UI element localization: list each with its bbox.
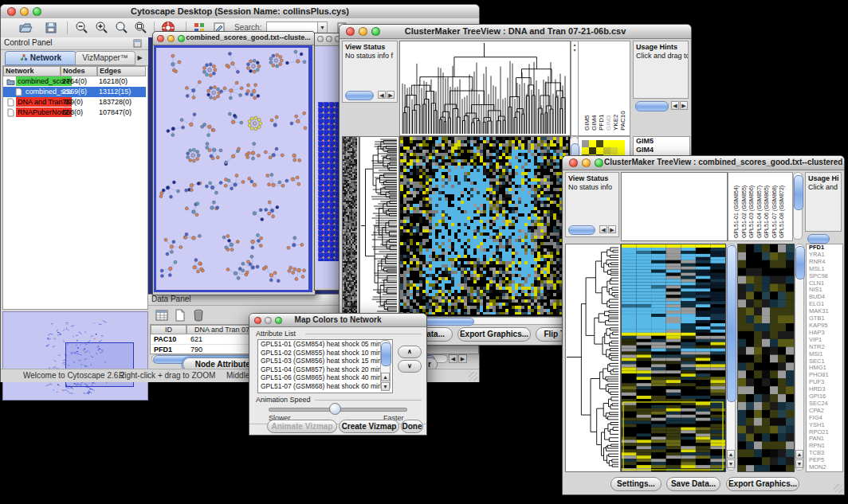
column-label[interactable]: GPL51-06 (GSM865)	[764, 174, 769, 238]
attribute-list-vscroll-thumb[interactable]	[381, 342, 391, 366]
network-table-row[interactable]: combined_sco2569(6)13112(15)	[3, 87, 146, 97]
scroll-up-button[interactable]: ▲	[795, 450, 803, 459]
view-status-scroll-thumb[interactable]	[345, 91, 374, 100]
save-data-button[interactable]: Save Data...	[666, 477, 720, 491]
zoom-fit-icon[interactable]	[114, 21, 128, 35]
attribute-column-header[interactable]: ID	[151, 325, 186, 334]
scroll-right-button[interactable]: ▶	[387, 91, 395, 99]
table-view-icon[interactable]	[155, 308, 169, 322]
network-table-row[interactable]: combined_scores2764(0)16218(0)	[3, 76, 146, 87]
search-dropdown-button[interactable]: ▼	[317, 21, 328, 33]
scroll-up-button[interactable]: ▲	[381, 373, 390, 381]
gene-label[interactable]: MON2	[807, 464, 842, 471]
attribute-list-item[interactable]: GPL51-01 (GSM854) heat shock 05 min	[258, 340, 392, 349]
open-file-icon[interactable]	[18, 21, 33, 35]
network-overview-panel[interactable]	[2, 311, 148, 400]
attribute-list-item[interactable]: GPL51-03 (GSM856) heat shock 15 min	[258, 357, 392, 365]
scroll-left-button[interactable]: ◀	[671, 101, 679, 110]
zoom-window-button[interactable]	[178, 35, 185, 42]
dialog-titlebar[interactable]: Map Colors to Network	[249, 314, 426, 327]
tab-network[interactable]: Network	[5, 51, 77, 65]
heatmap-panel[interactable]	[399, 136, 571, 317]
scroll-right-button[interactable]: ▶	[608, 225, 616, 233]
attribute-listbox[interactable]: GPL51-01 (GSM854) heat shock 05 minGPL51…	[257, 339, 393, 393]
row-label[interactable]: GIM5	[634, 137, 689, 146]
network-view-titlebar[interactable]: combined_scores_good.txt--cluste...	[153, 32, 315, 45]
usage-hints-scroll-thumb[interactable]	[635, 101, 669, 111]
close-button[interactable]	[569, 158, 578, 167]
scroll-right-button[interactable]: ▶	[458, 354, 467, 363]
scroll-right-button[interactable]: ▶	[680, 101, 688, 110]
column-label[interactable]: GIM3	[605, 45, 612, 131]
column-label[interactable]: PAC10	[619, 45, 626, 131]
attribute-list-item[interactable]: GPL51-06 (GSM865) heat shock 40 min	[258, 373, 392, 382]
window-resize-grip[interactable]	[834, 484, 842, 493]
labels-vscroll-thumb[interactable]	[794, 175, 803, 210]
scroll-down-button[interactable]: ▼	[795, 459, 803, 468]
window-resize-grip[interactable]	[469, 372, 477, 381]
treeview-combined-titlebar[interactable]: ClusterMaker TreeView : combined_scores_…	[563, 156, 844, 170]
zoom-selected-icon[interactable]	[133, 21, 147, 35]
genes-vscroll-thumb[interactable]	[795, 246, 805, 279]
column-label[interactable]: GPL51-04 (GSM857)	[756, 174, 762, 238]
heatmap-panel[interactable]	[621, 244, 726, 472]
network-table-header[interactable]: Nodes	[61, 66, 97, 76]
row-label[interactable]: GIM4	[634, 146, 689, 154]
row-dendrogram-panel[interactable]	[565, 244, 621, 472]
delete-attribute-icon[interactable]	[191, 308, 206, 322]
animation-slider-thumb[interactable]	[329, 403, 341, 415]
column-label[interactable]: GIM4	[591, 45, 598, 131]
attribute-list-item[interactable]: GPL51-07 (GSM868) heat shock 60 min	[258, 382, 392, 391]
network-table-header[interactable]: Edges	[97, 66, 146, 76]
labels-vscrollbar[interactable]	[793, 172, 803, 240]
done-button[interactable]: Done	[401, 420, 423, 433]
column-label[interactable]: GPL51-07 (GSM868)	[771, 174, 777, 238]
float-panel-icon[interactable]	[133, 39, 142, 48]
scroll-left-button[interactable]: ◀	[599, 225, 607, 233]
main-titlebar[interactable]: Cytoscape Desktop (Session Name: collins…	[1, 5, 479, 19]
network-table-row[interactable]: RNAPuberNov2+563(0)107847(0)	[3, 107, 146, 118]
minimize-button[interactable]	[167, 35, 175, 42]
zoom-window-button[interactable]	[595, 158, 603, 167]
row-dendrogram-panel[interactable]	[359, 136, 399, 317]
column-dendrogram-panel[interactable]	[621, 172, 728, 241]
column-label[interactable]: PFD1	[598, 45, 605, 131]
zoom-out-icon[interactable]	[74, 21, 88, 35]
attribute-list-item[interactable]: GPL51-02 (GSM855) heat shock 10 min	[258, 349, 392, 357]
save-icon[interactable]	[44, 21, 58, 35]
column-label[interactable]: GPL51-03 (GSM856)	[748, 174, 754, 238]
scroll-left-button[interactable]: ◀	[378, 91, 386, 99]
usage-hints-scroll-thumb[interactable]	[807, 234, 830, 244]
column-label[interactable]: GIM5	[583, 45, 591, 131]
column-dendrogram-panel[interactable]	[399, 41, 571, 136]
new-attribute-icon[interactable]	[173, 308, 187, 322]
move-down-button[interactable]: ∨	[398, 360, 422, 373]
scroll-down-button[interactable]: ▼	[381, 382, 390, 391]
minimize-button[interactable]	[582, 158, 591, 167]
minimize-button[interactable]	[326, 36, 332, 42]
export-graphics-button[interactable]: Export Graphics...	[457, 327, 531, 342]
column-label[interactable]: GPL51-08 (GSM872)	[779, 174, 784, 238]
column-label[interactable]: GPL51-02 (GSM855)	[741, 174, 747, 238]
create-vizmap-button[interactable]: Create Vizmap	[339, 420, 399, 433]
close-button[interactable]	[157, 35, 164, 42]
attribute-list-item[interactable]: GPL51-04 (GSM857) heat shock 20 min	[258, 365, 392, 374]
close-button[interactable]	[317, 36, 324, 42]
animate-vizmap-button[interactable]: Animate Vizmap	[267, 420, 337, 433]
column-label[interactable]: GPL51-01 (GSM854)	[733, 174, 739, 238]
zoom-in-icon[interactable]	[94, 21, 108, 35]
treeview-dna-titlebar[interactable]: ClusterMaker TreeView : DNA and Tran 07-…	[340, 25, 691, 39]
scroll-left-button[interactable]: ◀	[449, 354, 457, 363]
scroll-up-button[interactable]: ▲	[727, 450, 735, 459]
network-table-row[interactable]: DNA and Tran 07769(0)183728(0)	[3, 97, 146, 107]
genes-vscrollbar[interactable]: ▲ ▼	[795, 244, 804, 471]
settings-button[interactable]: Settings...	[610, 477, 662, 491]
network-graph[interactable]	[156, 48, 308, 290]
move-up-button[interactable]: ∧	[398, 346, 422, 358]
export-graphics-button[interactable]: Export Graphics...	[726, 477, 799, 491]
network-table-header[interactable]: Network	[3, 66, 61, 76]
global-overview-strip[interactable]	[342, 136, 359, 317]
scroll-down-button[interactable]: ▼	[727, 459, 735, 468]
network-view-canvas[interactable]	[156, 48, 308, 290]
view-status-scroll-thumb[interactable]	[568, 225, 595, 235]
